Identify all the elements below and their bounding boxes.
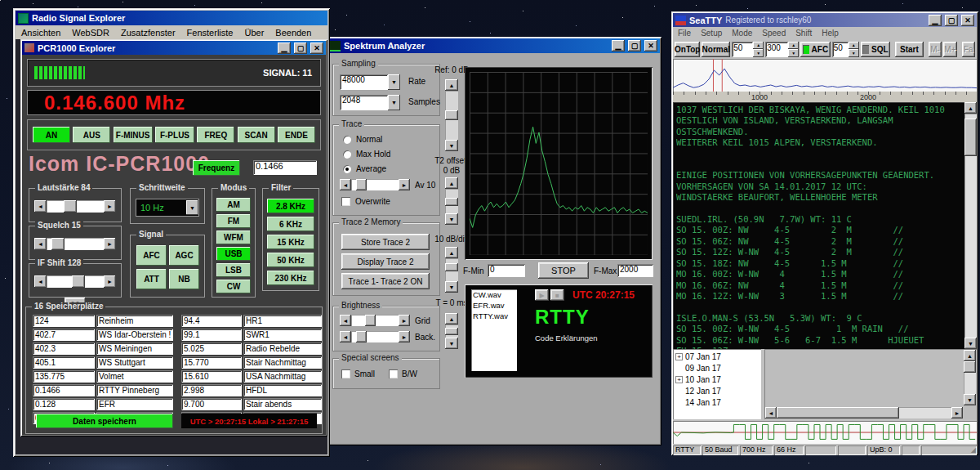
expand-icon[interactable]: +: [675, 376, 683, 383]
center-freq-value[interactable]: 300: [765, 42, 788, 57]
squelch-down-arrow[interactable]: ▼: [849, 49, 859, 57]
time-down-arrow[interactable]: ▼: [445, 338, 458, 349]
memory-freq-field[interactable]: 0.1466: [33, 384, 95, 396]
frequency-ruler[interactable]: 1000 2000: [673, 92, 977, 102]
pcr1000-maximize-button[interactable]: ▢: [294, 43, 307, 54]
an-button[interactable]: AN: [33, 127, 70, 143]
agc-button[interactable]: AGC: [169, 245, 199, 266]
status-resize-grip[interactable]: ◢: [921, 445, 977, 455]
menu-ansichten[interactable]: Ansichten: [16, 26, 66, 39]
volume-thumb[interactable]: [64, 200, 77, 213]
squelch-spinner[interactable]: 50 ▲▼: [832, 42, 859, 57]
wav-file-item[interactable]: EFR.wav: [471, 300, 517, 311]
memory-name-field[interactable]: Stair abends: [243, 398, 322, 410]
preview-vscrollbar[interactable]: ▲ ▼: [964, 350, 976, 405]
afc-toggle-button[interactable]: AFC: [800, 42, 830, 57]
frequenz-input[interactable]: 0.1466: [253, 160, 317, 175]
grid-thumb[interactable]: [365, 315, 376, 326]
spektrum-maximize-button[interactable]: ▢: [628, 40, 641, 51]
ref-scrollbar[interactable]: ▲ ▼: [445, 79, 458, 151]
memory-freq-field[interactable]: 124: [33, 315, 95, 327]
average-left-arrow[interactable]: ◄: [340, 179, 351, 190]
grid-right-arrow[interactable]: ►: [399, 315, 410, 326]
afc-button[interactable]: AFC: [136, 245, 167, 266]
memory-name-field[interactable]: USA Nachmittag: [243, 370, 322, 383]
dbdiv-thumb[interactable]: [445, 263, 458, 271]
att-button[interactable]: ATT: [136, 269, 167, 289]
memory-freq-field[interactable]: 99.1: [181, 329, 242, 341]
archive-date-tree[interactable]: +07 Jan 17 09 Jan 17 +10 Jan 17 12 Jan 1…: [673, 349, 761, 419]
seatty-maximize-button[interactable]: ▢: [945, 15, 958, 26]
filter-15khz-button[interactable]: 15 KHz: [267, 235, 314, 249]
samples-combobox[interactable]: 2048 ▼: [340, 95, 400, 110]
preview-hthumb[interactable]: [777, 407, 899, 419]
back-brightness-slider[interactable]: ◄ ►: [340, 331, 410, 342]
ref-down-arrow[interactable]: ▼: [445, 140, 458, 151]
trace-average-radio[interactable]: Average: [343, 164, 386, 173]
memory-name-field[interactable]: SWR1: [243, 329, 322, 341]
wav-file-list[interactable]: CW.wav EFR.wav RTTY.wav: [471, 289, 517, 371]
spektrum-titlebar[interactable]: Spektrum Analyzer ▁ ▢ ✕: [327, 38, 660, 53]
squelch-slider[interactable]: ◄ ►: [34, 238, 116, 250]
menu-fensterliste[interactable]: Fensterliste: [181, 26, 239, 39]
f-plus-button[interactable]: F-PLUS: [155, 127, 194, 143]
play-button[interactable]: ▶: [535, 289, 549, 301]
memory-name-field[interactable]: WS Meiningen: [96, 342, 173, 355]
scan-button[interactable]: SCAN: [238, 127, 275, 143]
memory-name-field[interactable]: WS Idar-Oberstein !: [96, 329, 173, 341]
db-per-div-scrollbar[interactable]: ▲ ▼: [445, 247, 458, 293]
pcr1000-titlebar[interactable]: PCR1000 Explorer ▁ ▢ ✕: [22, 41, 326, 55]
ifshift-slider[interactable]: ◄ ►: [34, 275, 116, 288]
small-checkbox[interactable]: Small: [341, 369, 375, 378]
squelch-left-arrow[interactable]: ◄: [34, 238, 47, 250]
memory-name-field[interactable]: Radio Rebelde: [243, 342, 322, 355]
mode-lsb-button[interactable]: LSB: [216, 263, 251, 277]
seatty-minimize-button[interactable]: ▁: [929, 15, 942, 26]
speed-spinner[interactable]: 50 ▲▼: [732, 42, 764, 57]
store-trace2-button[interactable]: Store Trace 2: [341, 234, 430, 250]
grid-left-arrow[interactable]: ◄: [340, 315, 351, 326]
start-button[interactable]: Start: [895, 42, 924, 57]
spektrum-minimize-button[interactable]: ▁: [612, 40, 625, 51]
step-dropdown-arrow-icon[interactable]: ▼: [186, 200, 198, 215]
menu-zusatzfenster[interactable]: Zusatzfenster: [115, 26, 181, 39]
fmin-input[interactable]: 0: [488, 264, 525, 277]
seatty-close-button[interactable]: ✕: [961, 15, 974, 26]
sql-toggle-button[interactable]: SQL: [861, 42, 890, 57]
squelch-right-arrow[interactable]: ►: [104, 238, 116, 250]
archive-date-item[interactable]: 12 Jan 17: [673, 385, 761, 396]
bw-checkbox[interactable]: B/W: [389, 369, 417, 378]
average-slider[interactable]: ◄ ►: [340, 179, 410, 190]
overwrite-checkbox[interactable]: Overwrite: [341, 197, 390, 206]
memory-name-field[interactable]: RTTY Pinneberg: [96, 384, 173, 396]
ifshift-left-arrow[interactable]: ◄: [34, 275, 47, 288]
memory-name-field[interactable]: HFDL: [243, 384, 322, 396]
memory-plus-button[interactable]: M+: [943, 42, 956, 57]
normal-button[interactable]: Normal: [702, 42, 730, 57]
trace1-minus-trace2-button[interactable]: Trace 1- Trace 2 ON: [341, 273, 430, 289]
memory-minus-button[interactable]: M-: [929, 42, 942, 57]
menu-shift[interactable]: Shift: [791, 28, 817, 38]
save-data-button[interactable]: Daten speichern: [36, 414, 173, 428]
mode-cw-button[interactable]: CW: [216, 280, 251, 293]
aus-button[interactable]: AUS: [73, 127, 110, 143]
archive-date-item[interactable]: 14 Jan 17: [673, 396, 761, 408]
mode-am-button[interactable]: AM: [216, 198, 251, 212]
menu-setup[interactable]: Setup: [696, 28, 727, 38]
grid-brightness-slider[interactable]: ◄ ►: [340, 315, 410, 326]
memory-freq-field[interactable]: 5.025: [181, 342, 242, 355]
memory-freq-field[interactable]: 402.7: [33, 329, 95, 341]
archive-date-item[interactable]: 09 Jan 17: [673, 362, 761, 374]
filter-50khz-button[interactable]: 50 KHz: [267, 253, 314, 267]
step-combobox[interactable]: 10 Hz ▼: [136, 199, 199, 217]
speed-up-arrow[interactable]: ▲: [753, 42, 764, 50]
filter-230khz-button[interactable]: 230 KHz: [267, 271, 314, 285]
back-right-arrow[interactable]: ►: [399, 331, 410, 342]
rate-combobox[interactable]: 48000 ▼: [340, 74, 400, 90]
archive-date-item[interactable]: +07 Jan 17: [673, 351, 761, 362]
filter-6khz-button[interactable]: 6 KHz: [267, 217, 314, 231]
terminal-down-arrow[interactable]: ▼: [964, 338, 977, 349]
wav-file-item[interactable]: RTTY.wav: [471, 311, 517, 321]
t2-offset-scrollbar[interactable]: ▲ ▼: [445, 177, 458, 225]
volume-right-arrow[interactable]: ►: [104, 200, 116, 213]
